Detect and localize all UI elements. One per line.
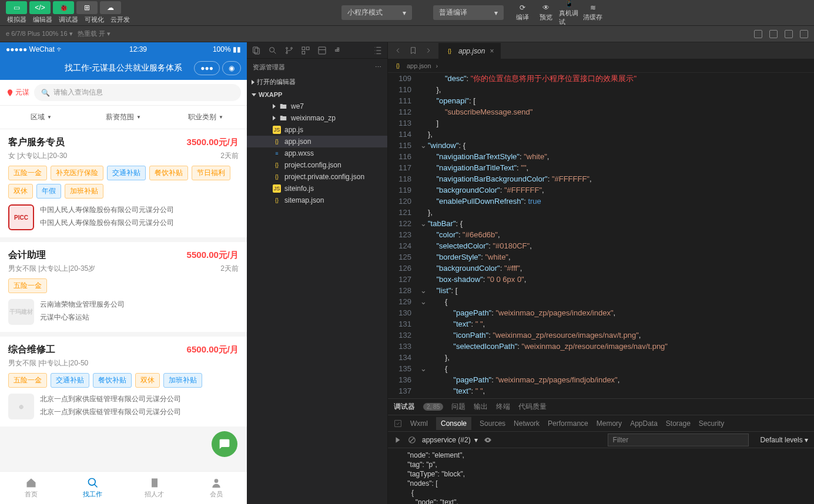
action-编译[interactable]: ⟳编译 bbox=[512, 2, 533, 23]
dt-tab-Security[interactable]: Security bbox=[699, 419, 724, 428]
tab-会员[interactable]: 会员 bbox=[185, 472, 247, 504]
toolbar-btn-0[interactable]: ▭ bbox=[6, 1, 27, 14]
tree-app.json[interactable]: {} app.json bbox=[247, 136, 387, 147]
job-card[interactable]: 综合维修工6500.00元/月男女不限 |中专以上|20-50五险一金交通补贴餐… bbox=[0, 337, 247, 426]
toolbar-btn-3[interactable]: ⊞ bbox=[76, 1, 98, 14]
svg-point-8 bbox=[286, 52, 288, 53]
filter-input[interactable]: Filter bbox=[608, 434, 749, 446]
project-section[interactable]: WXAPP bbox=[247, 89, 387, 100]
dt-tab-Memory[interactable]: Memory bbox=[597, 419, 622, 428]
filter-薪资范围[interactable]: 薪资范围 ▼ bbox=[82, 106, 165, 129]
search-input[interactable]: 🔍 请输入查询信息 bbox=[34, 84, 241, 101]
tab-首页[interactable]: 首页 bbox=[0, 472, 62, 504]
tag: 餐饮补贴 bbox=[93, 373, 132, 388]
tree-project.private.config.json[interactable]: {} project.private.config.json bbox=[247, 171, 387, 183]
phone-icon[interactable] bbox=[785, 30, 793, 38]
svg-line-20 bbox=[410, 438, 414, 442]
tab-招人才[interactable]: 招人才 bbox=[123, 472, 185, 504]
expand-icon[interactable] bbox=[373, 46, 383, 55]
compile-select[interactable]: 普通编译▾ bbox=[433, 5, 504, 20]
refresh-icon[interactable] bbox=[754, 30, 762, 38]
popout-icon[interactable] bbox=[800, 30, 808, 38]
search-row: 元谋 🔍 请输入查询信息 bbox=[0, 80, 247, 106]
tag: 加班补贴 bbox=[65, 184, 103, 199]
filter-区域[interactable]: 区域 ▼ bbox=[0, 106, 82, 129]
quality-tab[interactable]: 代码质量 bbox=[518, 402, 547, 412]
layout-icon[interactable] bbox=[317, 46, 327, 55]
job-meta: 男女不限 |中专以上|20-50 bbox=[8, 358, 88, 368]
svg-point-0 bbox=[88, 479, 95, 486]
search-icon[interactable] bbox=[268, 46, 277, 55]
tree-project.config.json[interactable]: {} project.config.json bbox=[247, 159, 387, 171]
tree-sitemap.json[interactable]: {} sitemap.json bbox=[247, 194, 387, 206]
toolbar-btn-2[interactable]: 🐞 bbox=[53, 1, 74, 14]
hotreload-toggle[interactable]: 热重载 开 ▾ bbox=[78, 29, 110, 38]
action-预览[interactable]: 👁预览 bbox=[535, 2, 557, 23]
job-card[interactable]: 客户服务专员3500.00元/月女 |大专以上|20-302天前五险一金补充医疗… bbox=[0, 129, 247, 237]
svg-rect-17 bbox=[337, 48, 339, 49]
close-icon[interactable]: × bbox=[490, 47, 494, 55]
files-icon[interactable] bbox=[252, 46, 261, 55]
tree-we7[interactable]: we7 bbox=[247, 100, 387, 112]
capsule-menu[interactable]: ●●● bbox=[194, 61, 220, 75]
svg-point-21 bbox=[487, 439, 490, 441]
tab-找工作[interactable]: 找工作 bbox=[62, 472, 123, 504]
toolbar-btn-1[interactable]: </> bbox=[29, 1, 51, 14]
back-icon[interactable] bbox=[394, 46, 402, 55]
toolbar-btn-4[interactable]: ☁ bbox=[100, 1, 121, 14]
job-salary: 3500.00元/月 bbox=[187, 137, 239, 148]
tree-app.wxss[interactable]: ≡ app.wxss bbox=[247, 147, 387, 159]
dt-tab-AppData[interactable]: AppData bbox=[630, 419, 658, 428]
clear-icon[interactable] bbox=[408, 436, 416, 444]
docker-icon[interactable] bbox=[334, 46, 343, 55]
eye-icon[interactable] bbox=[484, 436, 492, 444]
company-line: 云南迪荣物业管理服务公司 bbox=[40, 299, 239, 310]
dt-tab-Console[interactable]: Console bbox=[436, 417, 471, 430]
chat-fab[interactable] bbox=[212, 431, 237, 457]
context-select[interactable]: appservice (#2) ▾ bbox=[422, 436, 478, 444]
device-select[interactable]: e 6/7/8 Plus 100% 16 ▾ bbox=[6, 30, 73, 38]
dt-tab-Sources[interactable]: Sources bbox=[480, 419, 505, 428]
svg-point-5 bbox=[270, 47, 274, 52]
tree-weixinmao_zp[interactable]: weixinmao_zp bbox=[247, 112, 387, 124]
play-icon[interactable] bbox=[394, 436, 402, 444]
status-bar: ●●●●● WeChat ᯤ 12:39 100% ▮▮ bbox=[0, 42, 247, 56]
code-editor[interactable]: 1091101111121131141151161171181191201211… bbox=[388, 73, 814, 398]
extensions-icon[interactable] bbox=[301, 46, 310, 55]
mode-select[interactable]: 小程序模式▾ bbox=[341, 5, 412, 20]
filter-职业类别[interactable]: 职业类别 ▼ bbox=[165, 106, 247, 129]
svg-rect-15 bbox=[336, 49, 337, 51]
capsule-close[interactable]: ◉ bbox=[222, 61, 241, 75]
breadcrumb[interactable]: {} app.json› bbox=[388, 59, 814, 73]
device-bar: e 6/7/8 Plus 100% 16 ▾ 热重载 开 ▾ bbox=[0, 26, 814, 42]
action-清缓存[interactable]: ≋清缓存 bbox=[582, 2, 604, 23]
forward-icon[interactable] bbox=[424, 46, 433, 55]
job-card[interactable]: 会计助理5500.00元/月男女不限 |大专以上|20-35岁2天前五险一金干玛… bbox=[0, 242, 247, 332]
editor-tab-active[interactable]: {} app.json × bbox=[438, 43, 501, 59]
nav-bar: 找工作-元谋县公共就业服务体系 ●●● ◉ bbox=[0, 56, 247, 80]
dt-tab-Storage[interactable]: Storage bbox=[666, 419, 691, 428]
output-tab[interactable]: 输出 bbox=[474, 402, 488, 412]
svg-rect-11 bbox=[306, 47, 309, 50]
bookmark-icon[interactable] bbox=[409, 46, 417, 55]
location-picker[interactable]: 元谋 bbox=[6, 88, 29, 98]
open-editors-section[interactable]: 打开的编辑器 bbox=[247, 75, 387, 89]
company-line: 元谋中心客运站 bbox=[40, 312, 239, 322]
carrier: ●●●●● WeChat ᯤ bbox=[6, 45, 63, 53]
inspect-icon[interactable] bbox=[394, 419, 402, 428]
terminal-tab[interactable]: 终端 bbox=[496, 402, 510, 412]
json-icon: {} bbox=[394, 62, 402, 70]
action-真机调试[interactable]: 📱真机调试 bbox=[559, 2, 580, 23]
debugger-tab[interactable]: 调试器 bbox=[394, 402, 415, 412]
branch-icon[interactable] bbox=[284, 46, 294, 55]
tag: 补充医疗保险 bbox=[51, 166, 103, 180]
dt-tab-Performance[interactable]: Performance bbox=[548, 419, 588, 428]
issues-tab[interactable]: 问题 bbox=[451, 402, 465, 412]
record-icon[interactable] bbox=[769, 30, 778, 38]
tree-siteinfo.js[interactable]: JS siteinfo.js bbox=[247, 183, 387, 194]
tree-app.js[interactable]: JS app.js bbox=[247, 124, 387, 136]
svg-line-1 bbox=[94, 485, 97, 488]
dt-tab-Wxml[interactable]: Wxml bbox=[410, 419, 428, 428]
levels-select[interactable]: Default levels ▾ bbox=[761, 436, 808, 444]
dt-tab-Network[interactable]: Network bbox=[514, 419, 540, 428]
